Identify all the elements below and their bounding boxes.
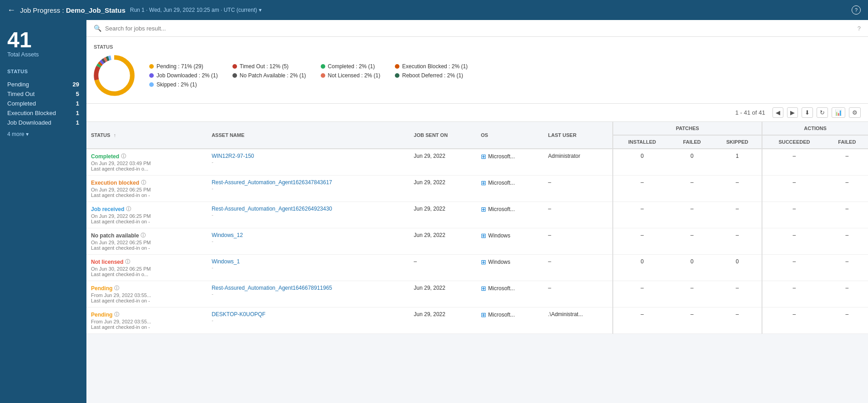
asset-sub: -: [212, 291, 404, 297]
last-user-cell: –: [544, 281, 613, 307]
info-icon[interactable]: ⓘ: [121, 153, 126, 160]
sidebar-item-pending[interactable]: Pending29: [7, 80, 79, 89]
asset-name-link[interactable]: WIN12R2-97-150: [212, 153, 404, 159]
actions-failed-cell: –: [826, 281, 868, 307]
last-user-cell: –: [544, 255, 613, 281]
failed-cell: –: [671, 307, 713, 334]
col-os: OS: [476, 122, 544, 149]
legend-item: No Patch Available : 2% (1): [232, 72, 306, 79]
os-cell: ⊞Microsoft...: [476, 176, 544, 202]
status-cell: Pending ⓘ From Jun 29, 2022 03:55... Las…: [86, 307, 207, 334]
status-agent: Last agent checked-in on -: [91, 324, 202, 330]
run-info: Run 1 · Wed, Jun 29, 2022 10:25 am · UTC…: [130, 7, 257, 13]
status-agent: Last agent checked-in on -: [91, 192, 202, 198]
failed-cell: 0: [671, 255, 713, 281]
status-date: On Jun 29, 2022 06:25 PM: [91, 240, 202, 245]
windows-icon: ⊞: [481, 153, 486, 160]
asset-name-cell: Windows_1 -: [207, 255, 409, 281]
asset-sub: -: [212, 186, 404, 191]
download-button[interactable]: ⬇: [802, 107, 813, 118]
installed-cell: –: [613, 202, 671, 228]
last-user-cell: –: [544, 176, 613, 202]
search-help-icon[interactable]: ?: [858, 25, 861, 32]
asset-name-cell: Rest-Assured_Automation_Agent16466789119…: [207, 281, 409, 307]
info-icon[interactable]: ⓘ: [141, 232, 146, 239]
status-agent: Last agent checked-in o...: [91, 166, 202, 171]
asset-sub: -: [212, 317, 404, 323]
info-icon[interactable]: ⓘ: [114, 311, 119, 318]
sidebar-item-completed[interactable]: Completed1: [7, 99, 79, 108]
job-name: Demo_Job_Status: [66, 6, 126, 14]
status-date: On Jun 30, 2022 06:25 PM: [91, 266, 202, 272]
asset-name-cell: Windows_12 -: [207, 228, 409, 255]
asset-name-link[interactable]: Rest-Assured_Automation_Agent16263478436…: [212, 179, 404, 186]
installed-cell: –: [613, 307, 671, 334]
sidebar-item-job-downloaded[interactable]: Job Downloaded1: [7, 118, 79, 127]
patches-group-header: PATCHES: [613, 122, 762, 135]
info-icon[interactable]: ⓘ: [141, 179, 146, 186]
asset-name-link[interactable]: Rest-Assured_Automation_Agent16466789119…: [212, 285, 404, 291]
table-row: No patch available ⓘ On Jun 29, 2022 06:…: [86, 228, 868, 255]
status-agent: Last agent checked-in on -: [91, 298, 202, 303]
total-assets-label: Total Assets: [7, 51, 79, 58]
asset-name-cell: WIN12R2-97-150 -: [207, 149, 409, 176]
sidebar-item-timed-out[interactable]: Timed Out5: [7, 89, 79, 99]
job-sent-on-cell: Jun 29, 2022: [409, 228, 477, 255]
results-table: STATUS ↑ ASSET NAME JOB SENT ON OS LAST …: [86, 122, 868, 334]
job-sent-on-cell: Jun 29, 2022: [409, 176, 477, 202]
job-sent-on-cell: Jun 29, 2022: [409, 149, 477, 176]
status-agent: Last agent checked-in o...: [91, 272, 202, 277]
last-user-cell: Administrator: [544, 149, 613, 176]
table-row: Pending ⓘ From Jun 29, 2022 03:55... Las…: [86, 307, 868, 334]
status-date: On Jun 29, 2022 06:25 PM: [91, 213, 202, 219]
info-icon[interactable]: ⓘ: [126, 206, 131, 212]
help-icon[interactable]: ?: [852, 5, 861, 15]
settings-button[interactable]: ⚙: [849, 107, 861, 118]
status-cell: Pending ⓘ From Jun 29, 2022 03:55... Las…: [86, 281, 207, 307]
actions-failed-cell: –: [826, 228, 868, 255]
asset-name-link[interactable]: Rest-Assured_Automation_Agent16262649234…: [212, 206, 404, 212]
col-asset-name: ASSET NAME: [207, 122, 409, 149]
search-input[interactable]: [105, 25, 854, 32]
status-badge: Pending ⓘ: [91, 285, 202, 292]
status-date: From Jun 29, 2022 03:55...: [91, 292, 202, 298]
col-actions-failed: FAILED: [826, 135, 868, 149]
refresh-button[interactable]: ↻: [817, 107, 828, 118]
col-installed: INSTALLED: [613, 135, 671, 149]
succeeded-cell: –: [762, 176, 826, 202]
sidebar-item-execution-blocked[interactable]: Execution Blocked1: [7, 108, 79, 118]
actions-failed-cell: –: [826, 176, 868, 202]
search-bar: 🔍 ?: [86, 20, 868, 37]
next-page-button[interactable]: ▶: [787, 107, 798, 118]
asset-name-link[interactable]: DESKTOP-K0UOPQF: [212, 311, 404, 317]
chart-button[interactable]: 📊: [832, 107, 845, 118]
svg-point-9: [100, 61, 129, 91]
job-sent-on-cell: Jun 29, 2022: [409, 307, 477, 334]
skipped-cell: –: [713, 307, 762, 334]
asset-name-cell: Rest-Assured_Automation_Agent16262649234…: [207, 202, 409, 228]
back-button[interactable]: ←: [7, 5, 15, 15]
os-cell: ⊞Microsoft...: [476, 281, 544, 307]
succeeded-cell: –: [762, 281, 826, 307]
legend-item: Completed : 2% (1): [321, 63, 380, 70]
donut-chart: [94, 55, 135, 96]
total-assets-count: 41: [7, 29, 79, 51]
info-icon[interactable]: ⓘ: [114, 285, 119, 292]
prev-page-button[interactable]: ◀: [772, 107, 783, 118]
info-icon[interactable]: ⓘ: [125, 258, 130, 265]
table-row: Execution blocked ⓘ On Jun 29, 2022 06:2…: [86, 176, 868, 202]
status-badge: No patch available ⓘ: [91, 232, 202, 239]
asset-name-link[interactable]: Windows_12: [212, 232, 404, 238]
status-section-title: STATUS: [94, 44, 861, 50]
windows-icon: ⊞: [481, 232, 486, 239]
os-cell: ⊞Microsoft...: [476, 202, 544, 228]
col-status: STATUS ↑: [86, 122, 207, 149]
succeeded-cell: –: [762, 307, 826, 334]
run-selector[interactable]: Run 1 · Wed, Jun 29, 2022 10:25 am · UTC…: [130, 7, 262, 13]
sidebar: 41 Total Assets STATUS Pending29Timed Ou…: [0, 20, 86, 403]
sort-icon[interactable]: ↑: [113, 132, 116, 138]
asset-name-link[interactable]: Windows_1: [212, 258, 404, 265]
failed-cell: 0: [671, 149, 713, 176]
main-layout: 41 Total Assets STATUS Pending29Timed Ou…: [0, 20, 868, 403]
sidebar-more-button[interactable]: 4 more ▾: [7, 131, 79, 137]
